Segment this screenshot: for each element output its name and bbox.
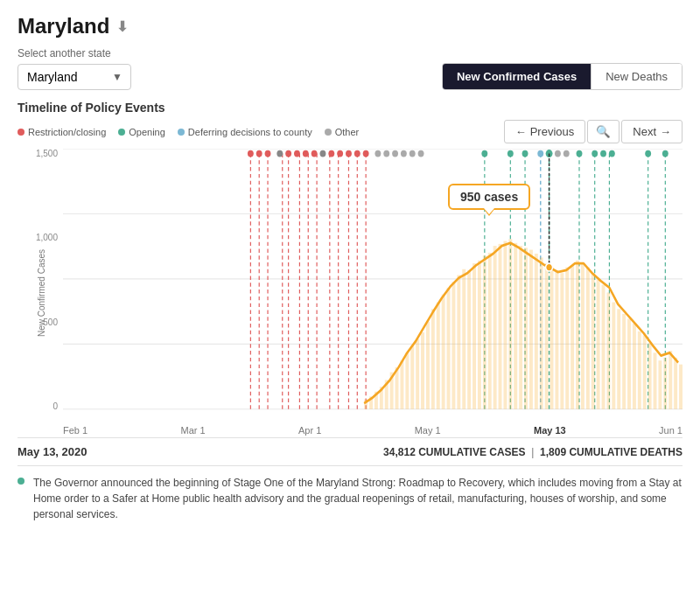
svg-rect-67 [565, 268, 569, 409]
svg-rect-85 [658, 360, 662, 409]
svg-rect-68 [570, 265, 574, 408]
cumulative-cases-label: CUMULATIVE CASES [418, 446, 525, 458]
svg-rect-44 [447, 288, 451, 409]
svg-rect-45 [452, 282, 455, 409]
legend-label-deferring: Deferring decisions to county [188, 127, 312, 137]
svg-rect-79 [627, 318, 631, 408]
chart-svg [63, 149, 682, 411]
next-label: Next [633, 125, 656, 138]
other-dot [325, 129, 332, 136]
svg-point-111 [508, 150, 514, 157]
svg-point-94 [285, 150, 291, 157]
x-label-apr1: Apr 1 [298, 425, 321, 436]
svg-rect-80 [633, 324, 636, 409]
svg-rect-75 [606, 292, 610, 408]
y-tick-0: 0 [19, 401, 58, 411]
svg-point-110 [481, 150, 487, 157]
svg-rect-42 [437, 303, 440, 409]
svg-point-98 [320, 150, 326, 157]
svg-rect-55 [503, 241, 507, 409]
state-selector[interactable]: Maryland ▼ [18, 64, 131, 90]
svg-rect-36 [405, 352, 409, 408]
svg-rect-69 [576, 261, 579, 409]
svg-point-95 [294, 150, 300, 157]
svg-rect-35 [400, 360, 403, 409]
svg-rect-81 [638, 331, 641, 409]
x-label-may13: May 13 [534, 425, 566, 436]
svg-point-90 [248, 150, 254, 157]
svg-point-112 [522, 150, 528, 157]
search-button[interactable]: 🔍 [587, 120, 620, 143]
timeline-header: Timeline of Policy Events Restriction/cl… [18, 101, 682, 143]
svg-rect-59 [524, 248, 528, 408]
svg-point-107 [401, 150, 407, 157]
svg-point-124 [546, 263, 553, 271]
svg-rect-71 [586, 268, 590, 409]
svg-point-101 [346, 150, 352, 157]
legend-item-restriction: Restriction/closing [18, 127, 106, 137]
download-icon[interactable]: ⬇ [116, 18, 128, 35]
svg-rect-77 [617, 309, 620, 408]
svg-rect-52 [488, 253, 492, 409]
chart-type-selector: New Confirmed Cases New Deaths [442, 63, 682, 90]
x-label-may1: May 1 [415, 425, 441, 436]
x-label-mar1: Mar 1 [181, 425, 206, 436]
x-label-feb1: Feb 1 [63, 425, 88, 436]
restriction-dot [18, 129, 24, 136]
legend-label-opening: Opening [129, 127, 165, 137]
svg-rect-56 [508, 239, 512, 408]
legend-item-opening: Opening [118, 127, 165, 137]
svg-rect-78 [622, 314, 626, 409]
cumulative-deaths-value: 1,809 [540, 446, 566, 458]
svg-point-113 [537, 150, 543, 157]
prev-arrow-icon: ← [515, 125, 527, 138]
y-tick-1500: 1,500 [19, 149, 58, 158]
svg-point-104 [374, 150, 381, 157]
page-title: Maryland ⬇ [18, 14, 682, 38]
new-deaths-button[interactable]: New Deaths [592, 64, 682, 89]
svg-rect-40 [426, 322, 430, 409]
x-axis: Feb 1 Mar 1 Apr 1 May 1 May 13 Jun 1 [63, 425, 682, 436]
event-description: The Governor announced the beginning of … [18, 475, 682, 522]
svg-rect-50 [478, 261, 481, 409]
svg-point-106 [392, 150, 398, 157]
svg-rect-89 [679, 365, 682, 409]
svg-point-97 [312, 150, 318, 157]
status-stats: 34,812 CUMULATIVE CASES | 1,809 CUMULATI… [383, 446, 682, 458]
svg-rect-54 [499, 244, 502, 409]
svg-rect-49 [472, 263, 476, 409]
svg-point-93 [276, 150, 283, 157]
svg-rect-82 [643, 335, 647, 408]
svg-rect-43 [442, 295, 445, 409]
svg-point-116 [564, 150, 570, 157]
svg-rect-62 [540, 257, 543, 408]
svg-rect-48 [467, 270, 471, 409]
state-dropdown[interactable]: Maryland [18, 64, 131, 90]
legend: Restriction/closing Opening Deferring de… [18, 127, 359, 137]
svg-rect-76 [612, 303, 615, 409]
event-dot-icon [18, 478, 24, 485]
svg-rect-58 [519, 246, 522, 409]
y-axis-label: New Confirmed Cases [37, 241, 46, 345]
svg-point-92 [265, 150, 271, 157]
svg-point-100 [337, 150, 343, 157]
svg-rect-84 [654, 352, 657, 408]
timeline-title: Timeline of Policy Events [18, 101, 682, 115]
legend-item-deferring: Deferring decisions to county [178, 127, 312, 137]
svg-rect-63 [545, 263, 549, 409]
next-button[interactable]: Next → [621, 120, 682, 143]
status-bar: May 13, 2020 34,812 CUMULATIVE CASES | 1… [18, 437, 682, 466]
event-text: The Governor announced the beginning of … [33, 475, 682, 522]
new-confirmed-cases-button[interactable]: New Confirmed Cases [443, 64, 592, 89]
state-name: Maryland [18, 14, 109, 38]
status-date: May 13, 2020 [18, 445, 88, 458]
svg-point-99 [328, 150, 334, 157]
deferring-dot [178, 129, 185, 136]
svg-rect-60 [529, 250, 533, 409]
svg-point-122 [662, 150, 668, 157]
cumulative-deaths-label: CUMULATIVE DEATHS [569, 446, 682, 458]
svg-point-120 [609, 150, 615, 157]
navigation-buttons: ← Previous 🔍 Next → [504, 120, 682, 143]
previous-button[interactable]: ← Previous [504, 120, 586, 143]
svg-point-121 [645, 150, 651, 157]
